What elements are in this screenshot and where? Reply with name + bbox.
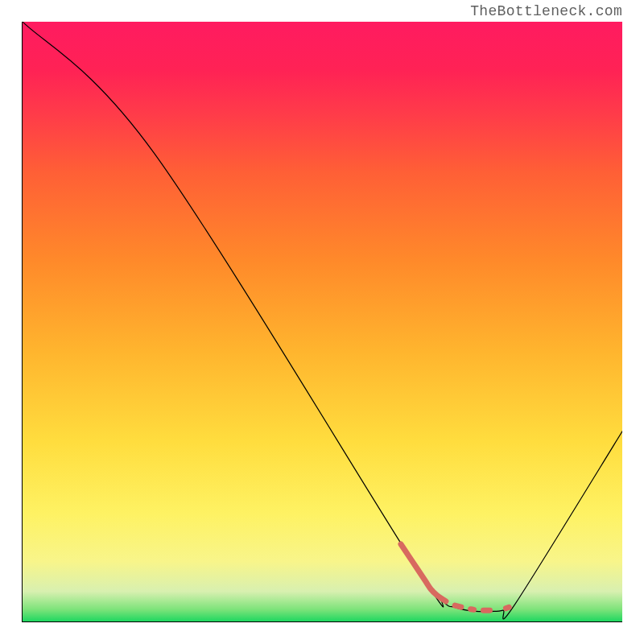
chart-svg-layer	[23, 22, 622, 622]
chart-plot-area	[22, 22, 622, 622]
series-bottleneck-curve	[23, 22, 622, 619]
attribution-text: TheBottleneck.com	[470, 3, 622, 19]
series-highlight-segment	[401, 544, 446, 601]
